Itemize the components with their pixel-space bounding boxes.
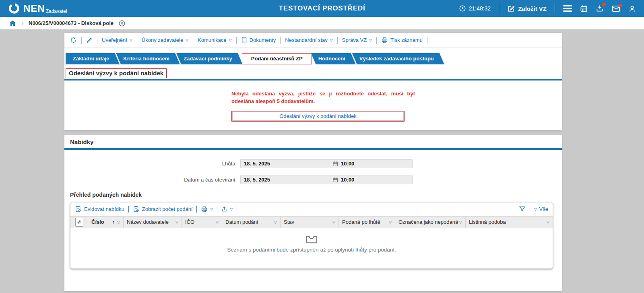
download-notification-badge: [602, 3, 606, 6]
filter-caret-icon[interactable]: ▽: [274, 221, 277, 224]
record-tabs: Základní údaje Kritéria hodnocení Zadáva…: [66, 53, 562, 64]
header-divider: [555, 3, 555, 14]
column-header-stav[interactable]: Stav ▽: [281, 217, 339, 228]
hamburger-icon: [563, 5, 572, 12]
tab-vysledek-zadavaciho-postupu[interactable]: Výsledek zadávacího postupu: [352, 53, 444, 64]
export-icon: [221, 206, 227, 213]
column-header-podana-po-lhute[interactable]: Podaná po lhůtě ▽: [339, 217, 395, 228]
deadline-date-value: 18. 5. 2025: [241, 161, 332, 167]
filter-caret-icon[interactable]: ▽: [332, 221, 335, 224]
create-vz-button[interactable]: Založit VZ: [507, 5, 547, 12]
brand-name: NEN: [23, 2, 45, 14]
clock-value: 21:48:32: [469, 5, 491, 12]
calendar-icon: [580, 5, 588, 12]
register-bid-button[interactable]: Evidovat nabídku: [75, 206, 124, 213]
clipboard-gear-icon: [75, 206, 82, 213]
calendar-small-icon: [332, 161, 338, 167]
column-header-cislo[interactable]: Číslo ↑ ▽: [88, 217, 124, 228]
opening-date-value: 18. 5. 2025: [241, 177, 332, 183]
sort-ascending-icon: ↑: [112, 219, 115, 225]
header-divider: [499, 3, 499, 14]
filter-caret-icon[interactable]: ▽: [389, 221, 392, 224]
column-header-datum-podani[interactable]: Datum podání ▽: [222, 217, 281, 228]
column-header-oznacena-jako-nepodana[interactable]: Označena jako nepodaná ▽: [395, 217, 466, 228]
close-record-icon[interactable]: [118, 20, 126, 27]
toolbar-divider: [196, 206, 197, 213]
caret-down-icon: ▽: [534, 208, 537, 211]
column-header-ico[interactable]: IČO ▽: [182, 217, 222, 228]
messages-button[interactable]: [612, 5, 620, 12]
chevron-right-icon: ›: [21, 20, 24, 27]
profile-button[interactable]: [628, 5, 636, 12]
toolbar-divider: [280, 37, 281, 44]
send-invite-button[interactable]: Odeslání výzvy k podání nabídek: [231, 111, 405, 122]
toolbar-divider: [128, 206, 129, 213]
column-header-nazev-dodavatele[interactable]: Název dodavatele ▽: [124, 217, 182, 228]
home-icon[interactable]: [9, 20, 17, 27]
nen-ring-icon: [8, 2, 20, 14]
toolbar-divider: [217, 206, 217, 213]
downloads-button[interactable]: [596, 4, 604, 12]
send-invite-button-label: Odeslání výzvy k podání nabídek: [232, 112, 404, 121]
edit-record-button[interactable]: [86, 37, 93, 43]
toolbar-item-sprava-vz[interactable]: Správa VZ ▽: [342, 37, 372, 43]
nen-logo[interactable]: NEN Zadavatel: [8, 2, 67, 14]
toolbar-item-tisk-zaznamu[interactable]: Tisk záznamu: [381, 37, 423, 43]
bids-table-panel: Evidovat nabídku Zobrazit počet podání ▽: [70, 202, 553, 269]
printer-icon: [381, 37, 388, 43]
toolbar-divider: [237, 206, 237, 213]
filter-caret-icon[interactable]: ▽: [175, 221, 178, 224]
export-table-button[interactable]: ▽: [221, 206, 233, 213]
invite-section-title: Odeslání výzvy k podání nabídek: [66, 68, 167, 78]
tab-zadavaci-podminky[interactable]: Zadávací podmínky: [176, 53, 243, 64]
mail-notification-badge: [619, 4, 622, 7]
clock-icon: [459, 5, 466, 12]
opening-field[interactable]: 18. 5. 2025 10:00: [240, 175, 413, 184]
record-detail-card: Uveřejnění ▽ Úkony zadavatele ▽ Komunika…: [64, 33, 562, 130]
bids-section-title: Nabídky: [70, 135, 562, 145]
filter-caret-icon[interactable]: ▽: [117, 221, 120, 224]
tab-podani-ucastniku-zp[interactable]: Podání účastníků ZP: [242, 53, 312, 64]
filter-caret-icon[interactable]: ▽: [459, 221, 462, 224]
column-chooser-button[interactable]: [70, 217, 88, 228]
tab-zakladni-udaje[interactable]: Základní údaje: [66, 53, 120, 64]
toolbar-divider: [97, 37, 97, 44]
filter-caret-icon[interactable]: ▽: [547, 221, 549, 224]
filter-icon[interactable]: [519, 206, 526, 213]
tab-hodnoceni[interactable]: Hodnocení: [311, 53, 356, 64]
show-submission-count-button[interactable]: Zobrazit počet podání: [133, 206, 193, 213]
deadline-row: Lhůta: 18. 5. 2025 10:00: [64, 159, 562, 168]
deadline-time-value: 10:00: [341, 161, 354, 167]
toolbar-divider: [427, 37, 427, 44]
section-rule: [64, 79, 562, 80]
toolbar-divider: [236, 37, 237, 44]
column-header-listinna-podoba[interactable]: Listinná podoba ▽: [466, 217, 553, 228]
section-rule: [64, 148, 562, 150]
print-table-button[interactable]: ▽: [201, 206, 213, 213]
opening-label: Datum a čas otevírání:: [64, 177, 240, 183]
toolbar-divider: [530, 206, 530, 213]
caret-down-icon: ▽: [186, 39, 188, 42]
toolbar-item-komunikace[interactable]: Komunikace ▽: [198, 37, 231, 43]
view-filter-dropdown[interactable]: ▽ Vše: [534, 206, 548, 212]
toolbar-item-nestandardni-stav[interactable]: Nestandardní stav ▽: [285, 37, 332, 43]
person-icon: [628, 5, 636, 12]
toolbar-item-ukony-zadavatele[interactable]: Úkony zadavatele ▽: [142, 37, 188, 43]
caret-down-icon: ▽: [130, 39, 132, 42]
refresh-button[interactable]: [70, 37, 77, 43]
tab-kriteria-hodnoceni[interactable]: Kritéria hodnocení: [116, 53, 180, 64]
opening-time-value: 10:00: [341, 177, 354, 183]
caret-down-icon: ▽: [369, 39, 372, 42]
toolbar-item-uverejneni[interactable]: Uveřejnění ▽: [102, 37, 132, 43]
calendar-button[interactable]: [580, 5, 588, 12]
breadcrumb-record-label: N006/25/V00004673 - Disková pole: [29, 20, 114, 26]
filter-caret-icon[interactable]: ▽: [216, 221, 219, 224]
session-clock: 21:48:32: [459, 5, 491, 12]
environment-title: TESTOVACÍ PROSTŘEDÍ: [279, 4, 365, 12]
toolbar-item-dokumenty[interactable]: Dokumenty: [241, 37, 276, 43]
menu-button[interactable]: [563, 5, 572, 12]
caret-down-icon: ▽: [230, 208, 233, 211]
brand-subtitle: Zadavatel: [46, 8, 67, 14]
deadline-field[interactable]: 18. 5. 2025 10:00: [240, 159, 413, 168]
printer-icon: [201, 206, 208, 213]
